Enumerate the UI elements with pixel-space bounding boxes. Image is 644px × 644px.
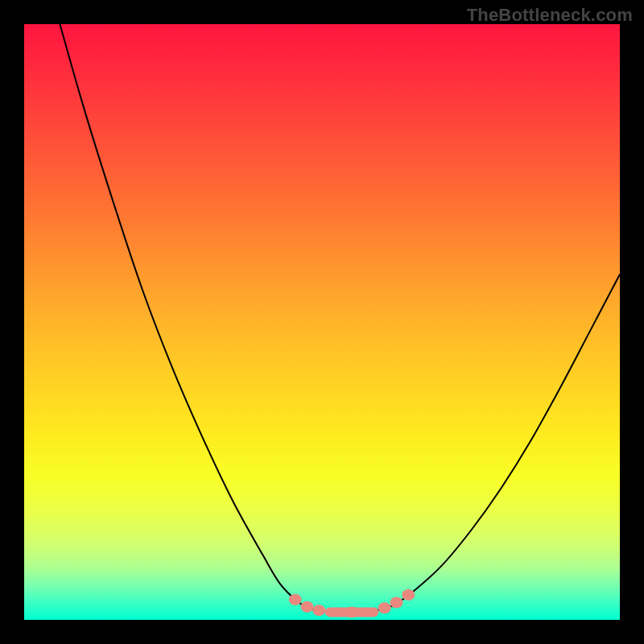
bottleneck-curve	[60, 24, 620, 612]
valley-marker	[301, 601, 314, 613]
valley-marker	[289, 594, 302, 605]
chart-frame: TheBottleneck.com	[0, 0, 644, 644]
curve-layer	[24, 24, 620, 620]
valley-marker	[390, 597, 403, 609]
valley-marker	[402, 589, 415, 601]
valley-marker	[345, 606, 358, 617]
valley-marker	[312, 605, 325, 616]
source-watermark: TheBottleneck.com	[467, 5, 633, 26]
plot-area	[24, 24, 620, 620]
valley-marker	[378, 602, 391, 613]
